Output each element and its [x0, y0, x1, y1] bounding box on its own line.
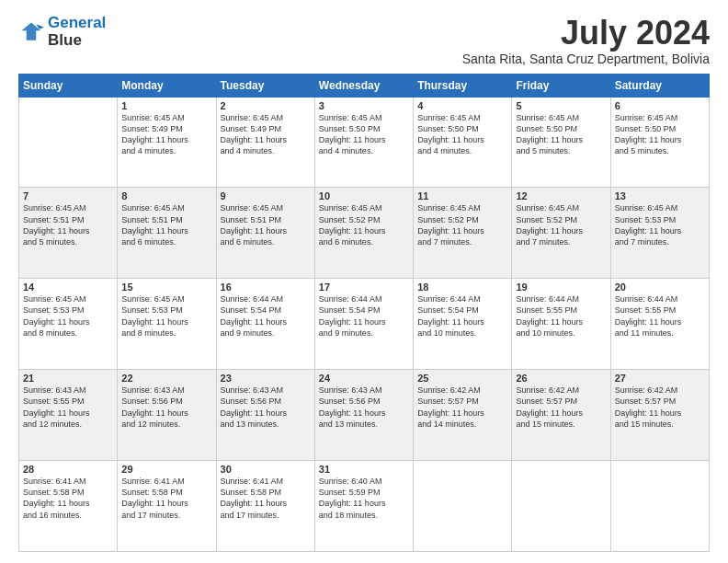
calendar-cell: [610, 461, 709, 552]
day-info: Sunrise: 6:41 AMSunset: 5:58 PMDaylight:…: [121, 476, 211, 521]
day-number: 22: [121, 373, 211, 384]
calendar-header-row: SundayMondayTuesdayWednesdayThursdayFrid…: [19, 74, 710, 97]
calendar-cell: 24Sunrise: 6:43 AMSunset: 5:56 PMDayligh…: [314, 370, 413, 461]
calendar-cell: 26Sunrise: 6:42 AMSunset: 5:57 PMDayligh…: [512, 370, 610, 461]
day-number: 29: [121, 464, 211, 475]
day-number: 30: [221, 464, 311, 475]
calendar-cell: 30Sunrise: 6:41 AMSunset: 5:58 PMDayligh…: [216, 461, 314, 552]
calendar-cell: 12Sunrise: 6:45 AMSunset: 5:52 PMDayligh…: [512, 188, 610, 279]
page: General Blue July 2024 Santa Rita, Santa…: [0, 0, 728, 563]
day-info: Sunrise: 6:45 AMSunset: 5:49 PMDaylight:…: [221, 112, 311, 157]
day-number: 21: [23, 373, 113, 384]
calendar-cell: 7Sunrise: 6:45 AMSunset: 5:51 PMDaylight…: [19, 188, 118, 279]
day-info: Sunrise: 6:45 AMSunset: 5:51 PMDaylight:…: [121, 202, 211, 247]
day-header-wednesday: Wednesday: [314, 74, 413, 97]
day-number: 13: [615, 190, 705, 201]
day-number: 14: [23, 282, 113, 293]
calendar-cell: 17Sunrise: 6:44 AMSunset: 5:54 PMDayligh…: [314, 279, 413, 370]
calendar-cell: 4Sunrise: 6:45 AMSunset: 5:50 PMDaylight…: [414, 97, 512, 188]
day-number: 9: [221, 190, 311, 201]
day-header-friday: Friday: [512, 74, 610, 97]
day-info: Sunrise: 6:45 AMSunset: 5:51 PMDaylight:…: [23, 202, 113, 247]
calendar-cell: 16Sunrise: 6:44 AMSunset: 5:54 PMDayligh…: [216, 279, 314, 370]
day-number: 7: [23, 190, 113, 201]
day-info: Sunrise: 6:45 AMSunset: 5:50 PMDaylight:…: [319, 112, 409, 157]
day-number: 27: [615, 373, 705, 384]
day-info: Sunrise: 6:42 AMSunset: 5:57 PMDaylight:…: [417, 385, 507, 430]
day-number: 8: [121, 190, 211, 201]
calendar-cell: 20Sunrise: 6:44 AMSunset: 5:55 PMDayligh…: [610, 279, 709, 370]
location: Santa Rita, Santa Cruz Department, Boliv…: [462, 52, 710, 66]
calendar-cell: 22Sunrise: 6:43 AMSunset: 5:56 PMDayligh…: [118, 370, 216, 461]
day-info: Sunrise: 6:44 AMSunset: 5:55 PMDaylight:…: [615, 293, 705, 339]
logo: General Blue: [18, 15, 106, 49]
day-number: 17: [319, 282, 409, 293]
day-info: Sunrise: 6:44 AMSunset: 5:54 PMDaylight:…: [319, 293, 409, 339]
day-info: Sunrise: 6:45 AMSunset: 5:52 PMDaylight:…: [516, 202, 606, 247]
day-header-monday: Monday: [118, 74, 216, 97]
day-info: Sunrise: 6:45 AMSunset: 5:50 PMDaylight:…: [417, 112, 507, 157]
day-number: 4: [417, 100, 507, 111]
day-info: Sunrise: 6:44 AMSunset: 5:55 PMDaylight:…: [516, 293, 606, 339]
calendar-table: SundayMondayTuesdayWednesdayThursdayFrid…: [18, 74, 710, 552]
day-header-thursday: Thursday: [414, 74, 512, 97]
calendar-cell: 27Sunrise: 6:42 AMSunset: 5:57 PMDayligh…: [610, 370, 709, 461]
calendar-cell: 29Sunrise: 6:41 AMSunset: 5:58 PMDayligh…: [118, 461, 216, 552]
calendar-cell: 25Sunrise: 6:42 AMSunset: 5:57 PMDayligh…: [414, 370, 512, 461]
calendar-cell: 13Sunrise: 6:45 AMSunset: 5:53 PMDayligh…: [610, 188, 709, 279]
day-number: 19: [516, 282, 606, 293]
calendar-cell: 5Sunrise: 6:45 AMSunset: 5:50 PMDaylight…: [512, 97, 610, 188]
day-info: Sunrise: 6:45 AMSunset: 5:53 PMDaylight:…: [121, 293, 211, 339]
day-number: 23: [221, 373, 311, 384]
day-header-sunday: Sunday: [19, 74, 118, 97]
day-info: Sunrise: 6:45 AMSunset: 5:53 PMDaylight:…: [23, 293, 113, 339]
calendar-cell: 6Sunrise: 6:45 AMSunset: 5:50 PMDaylight…: [610, 97, 709, 188]
day-info: Sunrise: 6:43 AMSunset: 5:56 PMDaylight:…: [121, 385, 211, 430]
day-number: 25: [417, 373, 507, 384]
calendar-cell: 2Sunrise: 6:45 AMSunset: 5:49 PMDaylight…: [216, 97, 314, 188]
day-info: Sunrise: 6:45 AMSunset: 5:51 PMDaylight:…: [221, 202, 311, 247]
calendar-cell: 11Sunrise: 6:45 AMSunset: 5:52 PMDayligh…: [414, 188, 512, 279]
day-number: 5: [516, 100, 606, 111]
calendar-week-row: 7Sunrise: 6:45 AMSunset: 5:51 PMDaylight…: [19, 188, 710, 279]
day-number: 31: [319, 464, 409, 475]
day-number: 15: [121, 282, 211, 293]
day-info: Sunrise: 6:41 AMSunset: 5:58 PMDaylight:…: [221, 476, 311, 521]
day-info: Sunrise: 6:43 AMSunset: 5:56 PMDaylight:…: [221, 385, 311, 430]
calendar-cell: [414, 461, 512, 552]
day-number: 6: [615, 100, 705, 111]
day-number: 2: [221, 100, 311, 111]
calendar-cell: 10Sunrise: 6:45 AMSunset: 5:52 PMDayligh…: [314, 188, 413, 279]
day-number: 1: [121, 100, 211, 111]
day-number: 18: [417, 282, 507, 293]
calendar-week-row: 28Sunrise: 6:41 AMSunset: 5:58 PMDayligh…: [19, 461, 710, 552]
day-info: Sunrise: 6:45 AMSunset: 5:52 PMDaylight:…: [319, 202, 409, 247]
day-info: Sunrise: 6:44 AMSunset: 5:54 PMDaylight:…: [221, 293, 311, 339]
calendar-week-row: 14Sunrise: 6:45 AMSunset: 5:53 PMDayligh…: [19, 279, 710, 370]
day-number: 20: [615, 282, 705, 293]
calendar-cell: [512, 461, 610, 552]
calendar-cell: 31Sunrise: 6:40 AMSunset: 5:59 PMDayligh…: [314, 461, 413, 552]
day-info: Sunrise: 6:43 AMSunset: 5:55 PMDaylight:…: [23, 385, 113, 430]
logo-text: General Blue: [48, 15, 106, 49]
title-block: July 2024 Santa Rita, Santa Cruz Departm…: [462, 15, 710, 66]
day-header-saturday: Saturday: [610, 74, 709, 97]
day-info: Sunrise: 6:40 AMSunset: 5:59 PMDaylight:…: [319, 476, 409, 521]
day-info: Sunrise: 6:42 AMSunset: 5:57 PMDaylight:…: [516, 385, 606, 430]
calendar-cell: 9Sunrise: 6:45 AMSunset: 5:51 PMDaylight…: [216, 188, 314, 279]
calendar-cell: 28Sunrise: 6:41 AMSunset: 5:58 PMDayligh…: [19, 461, 118, 552]
day-number: 24: [319, 373, 409, 384]
day-info: Sunrise: 6:45 AMSunset: 5:50 PMDaylight:…: [516, 112, 606, 157]
calendar-cell: 21Sunrise: 6:43 AMSunset: 5:55 PMDayligh…: [19, 370, 118, 461]
day-info: Sunrise: 6:45 AMSunset: 5:50 PMDaylight:…: [615, 112, 705, 157]
calendar-cell: 18Sunrise: 6:44 AMSunset: 5:54 PMDayligh…: [414, 279, 512, 370]
calendar-cell: 14Sunrise: 6:45 AMSunset: 5:53 PMDayligh…: [19, 279, 118, 370]
day-info: Sunrise: 6:45 AMSunset: 5:52 PMDaylight:…: [417, 202, 507, 247]
day-info: Sunrise: 6:45 AMSunset: 5:53 PMDaylight:…: [615, 202, 705, 247]
header: General Blue July 2024 Santa Rita, Santa…: [18, 15, 710, 66]
day-number: 10: [319, 190, 409, 201]
day-number: 16: [221, 282, 311, 293]
day-number: 11: [417, 190, 507, 201]
month-year: July 2024: [462, 15, 710, 52]
day-header-tuesday: Tuesday: [216, 74, 314, 97]
